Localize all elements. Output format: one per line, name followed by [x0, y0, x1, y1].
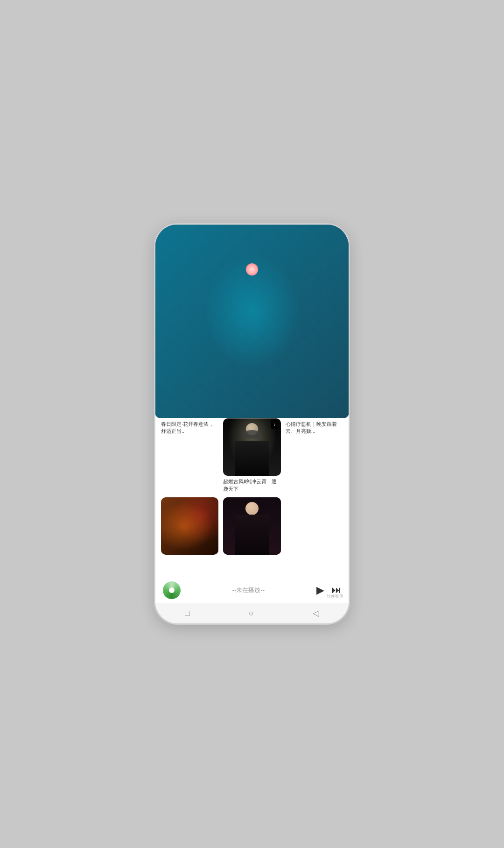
bottom-nav: □ ○ ◁ — [155, 603, 349, 623]
tiktok-icon-2: ♪ — [271, 420, 279, 429]
content-area: 一周新歌｜酷我音乐人热歌推荐6... 潮店必备 潮店必备｜超好用的BMG轻松解.… — [155, 262, 349, 577]
playlist-grid: 一周新歌｜酷我音乐人热歌推荐6... 潮店必备 潮店必备｜超好用的BMG轻松解.… — [161, 268, 343, 557]
list-item[interactable]: 春日限定·花开春意浓，舒适正当... — [161, 418, 218, 493]
disc-center — [169, 587, 175, 593]
phone-screen: 4G 4GHD ▉▊ 22:53 0.10KB/s ⏰ 📶 79% 🔋 ⫼ 推荐… — [155, 225, 349, 623]
card-thumbnail — [155, 262, 349, 418]
list-item[interactable] — [161, 497, 218, 557]
list-item[interactable]: ♪ 超燃古风Ⅱ剑冲云霄，逐鹿天下 — [223, 418, 280, 493]
square-button[interactable]: □ — [185, 608, 190, 618]
list-item[interactable]: 心情疗愈机｜晚安踩着云、月亮贩... — [286, 418, 343, 493]
list-item[interactable] — [223, 497, 280, 557]
tiktok-overlay-2: ♪ — [223, 418, 280, 476]
card-thumbnail — [223, 497, 280, 555]
phone-frame: 4G 4GHD ▉▊ 22:53 0.10KB/s ⏰ 📶 79% 🔋 ⫼ 推荐… — [154, 223, 350, 625]
watermark: 软件智库 — [325, 593, 345, 600]
player-title: --未在播放-- — [185, 586, 312, 594]
card-thumbnail: ♪ — [223, 418, 280, 476]
list-item[interactable] — [286, 497, 343, 557]
card-thumbnail — [161, 497, 218, 555]
back-button[interactable]: ◁ — [313, 608, 319, 618]
card-title: 超燃古风Ⅱ剑冲云霄，逐鹿天下 — [223, 478, 280, 493]
play-button[interactable]: ▶ — [316, 584, 324, 596]
player-disc — [163, 581, 181, 599]
card-title: 春日限定·花开春意浓，舒适正当... — [161, 421, 218, 435]
player-bar: --未在播放-- ▶ ⏭ — [155, 577, 349, 603]
home-button[interactable]: ○ — [249, 608, 254, 618]
card-title: 心情疗愈机｜晚安踩着云、月亮贩... — [286, 421, 343, 435]
